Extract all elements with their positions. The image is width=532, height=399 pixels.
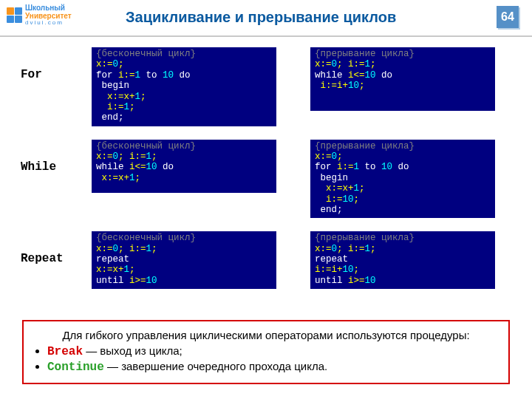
code-line: x:=x+1; bbox=[315, 183, 491, 194]
code-line: x:=0; bbox=[96, 59, 272, 69]
code-line: repeat bbox=[315, 254, 491, 265]
code-box-right: {прерывание цикла}x:=0;for i:=1 to 10 do… bbox=[310, 140, 495, 219]
code-line: until i>=10 bbox=[315, 276, 491, 286]
code-line: begin bbox=[96, 81, 272, 91]
code-line: begin bbox=[315, 173, 491, 183]
code-line: x:=0; i:=1; bbox=[96, 151, 272, 162]
code-line: end; bbox=[96, 112, 272, 123]
code-box-right: {прерывание цикла}x:=0; i:=1;while i<=10… bbox=[310, 47, 495, 111]
footer-continue-line: Continue — завершение очередного прохода… bbox=[47, 360, 498, 374]
code-line: {прерывание цикла} bbox=[315, 141, 491, 151]
footer-intro: Для гибкого управления циклическими опер… bbox=[34, 329, 498, 341]
code-row: For{бесконечный цикл}x:=0;for i:=1 to 10… bbox=[21, 47, 511, 126]
code-line: x:=0; i:=1; bbox=[96, 244, 272, 254]
code-box-right: {прерывание цикла}x:=0; i:=1;repeati:=i+… bbox=[310, 231, 495, 289]
code-line: x:=0; i:=1; bbox=[315, 59, 491, 69]
page-title: Зацикливание и прерывание циклов bbox=[126, 9, 396, 26]
logo-text: Школьный Университет dviui.com bbox=[25, 4, 72, 26]
code-box-left: {бесконечный цикл}x:=0; i:=1;repeatx:=x+… bbox=[92, 231, 276, 289]
footer-break-line: Break — выход из цикла; bbox=[47, 344, 498, 358]
code-line: {прерывание цикла} bbox=[315, 49, 491, 59]
code-line: {бесконечный цикл} bbox=[96, 141, 272, 151]
code-box-left: {бесконечный цикл}x:=0; i:=1;while i<=10… bbox=[92, 140, 276, 193]
code-line: x:=x+1; bbox=[96, 173, 272, 183]
break-keyword: Break bbox=[47, 345, 83, 358]
code-line: {прерывание цикла} bbox=[315, 233, 491, 243]
code-line: until i>=10 bbox=[96, 276, 272, 286]
code-line: {бесконечный цикл} bbox=[96, 49, 272, 59]
header: Школьный Университет dviui.com Зациклива… bbox=[0, 0, 532, 38]
code-line: {бесконечный цикл} bbox=[96, 233, 272, 243]
page-number-badge: 64 bbox=[497, 6, 519, 28]
code-line: i:=1; bbox=[96, 102, 272, 112]
code-line: repeat bbox=[96, 254, 272, 265]
code-line: x:=x+1; bbox=[96, 92, 272, 102]
code-line: while i<=10 do bbox=[96, 162, 272, 172]
continue-keyword: Continue bbox=[47, 361, 104, 374]
code-line: x:=0; i:=1; bbox=[315, 244, 491, 254]
code-line: for i:=1 to 10 do bbox=[96, 70, 272, 81]
code-line: end; bbox=[315, 205, 491, 215]
row-label: Repeat bbox=[21, 231, 92, 265]
code-line: i:=i+10; bbox=[315, 265, 491, 275]
header-divider bbox=[0, 35, 532, 37]
continue-text: — завершение очередного прохода цикла. bbox=[104, 360, 327, 372]
code-row: Repeat{бесконечный цикл}x:=0; i:=1;repea… bbox=[21, 231, 511, 289]
break-text: — выход из цикла; bbox=[83, 344, 183, 357]
logo-line1: Школьный bbox=[25, 4, 72, 13]
code-grid: For{бесконечный цикл}x:=0;for i:=1 to 10… bbox=[21, 47, 511, 302]
row-label: For bbox=[21, 47, 92, 81]
row-label: While bbox=[21, 140, 92, 174]
logo: Школьный Университет dviui.com bbox=[6, 4, 72, 26]
code-line: x:=x+1; bbox=[96, 265, 272, 275]
code-line: while i<=10 do bbox=[315, 70, 491, 81]
logo-mark-icon bbox=[6, 7, 22, 24]
footer-box: Для гибкого управления циклическими опер… bbox=[22, 320, 510, 384]
code-line: i:=10; bbox=[315, 194, 491, 205]
code-line: for i:=1 to 10 do bbox=[315, 162, 491, 172]
logo-line3: dviui.com bbox=[25, 20, 72, 26]
code-line: x:=0; bbox=[315, 151, 491, 162]
code-box-left: {бесконечный цикл}x:=0;for i:=1 to 10 do… bbox=[92, 47, 276, 126]
code-line: i:=i+10; bbox=[315, 81, 491, 91]
code-row: While{бесконечный цикл}x:=0; i:=1;while … bbox=[21, 140, 511, 219]
